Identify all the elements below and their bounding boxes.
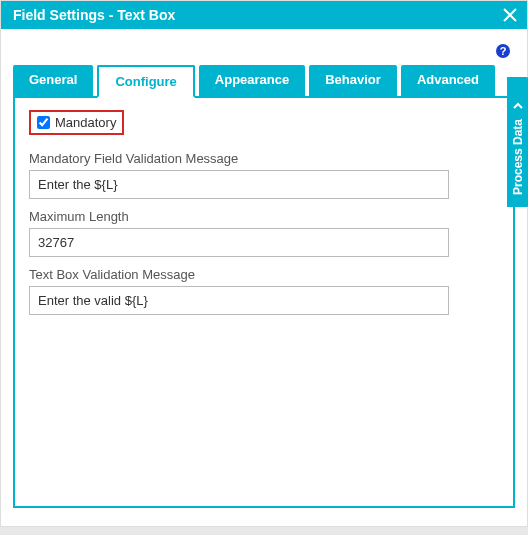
titlebar: Field Settings - Text Box bbox=[1, 1, 527, 29]
mandatory-msg-input[interactable] bbox=[29, 170, 449, 199]
svg-text:?: ? bbox=[500, 45, 507, 57]
process-data-drawer[interactable]: Process Data bbox=[507, 77, 528, 207]
mandatory-label: Mandatory bbox=[55, 115, 116, 130]
tab-general[interactable]: General bbox=[13, 65, 93, 96]
help-icon[interactable]: ? bbox=[495, 43, 511, 59]
tab-appearance[interactable]: Appearance bbox=[199, 65, 305, 96]
textbox-msg-input[interactable] bbox=[29, 286, 449, 315]
content-area: ? General Configure Appearance Behavior … bbox=[1, 29, 527, 526]
max-length-input[interactable] bbox=[29, 228, 449, 257]
chevron-left-icon bbox=[513, 99, 523, 113]
tab-configure[interactable]: Configure bbox=[97, 65, 194, 98]
footer-spacer bbox=[0, 527, 528, 535]
mandatory-checkbox-row[interactable]: Mandatory bbox=[29, 110, 124, 135]
mandatory-msg-label: Mandatory Field Validation Message bbox=[29, 151, 499, 166]
help-row: ? bbox=[13, 39, 515, 65]
tab-bar: General Configure Appearance Behavior Ad… bbox=[13, 65, 515, 98]
mandatory-checkbox[interactable] bbox=[37, 116, 50, 129]
window-title: Field Settings - Text Box bbox=[13, 7, 175, 23]
tab-advanced[interactable]: Advanced bbox=[401, 65, 495, 96]
tab-content-configure: Mandatory Mandatory Field Validation Mes… bbox=[13, 98, 515, 508]
tab-behavior[interactable]: Behavior bbox=[309, 65, 397, 96]
close-icon[interactable] bbox=[503, 8, 517, 22]
dialog-window: Field Settings - Text Box ? General Conf… bbox=[0, 0, 528, 527]
drawer-label: Process Data bbox=[511, 119, 525, 195]
textbox-msg-label: Text Box Validation Message bbox=[29, 267, 499, 282]
max-length-label: Maximum Length bbox=[29, 209, 499, 224]
